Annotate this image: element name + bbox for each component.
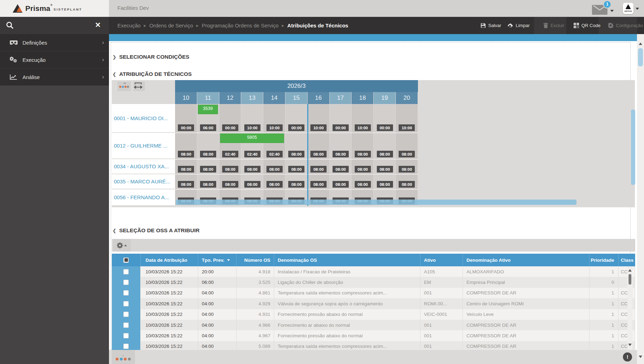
technician-label[interactable]: 0012 - GUILHERME ... — [112, 133, 175, 159]
capacity-pill[interactable]: 08:00 — [200, 181, 216, 188]
capacity-pill[interactable]: 08:00 — [178, 166, 194, 173]
capacity-pill[interactable]: 08:00 — [377, 181, 393, 188]
scroll-up-icon[interactable] — [639, 43, 642, 45]
capacity-pill[interactable]: 08:00 — [355, 151, 371, 157]
task-bar[interactable]: 5805 — [220, 134, 284, 143]
sidebar-item-analise[interactable]: Análise › — [0, 69, 109, 86]
table-row[interactable]: 10/03/2026 15:2206:003.525Ligação do Chi… — [112, 277, 635, 287]
sidebar-item-execucao[interactable]: Execução › — [0, 51, 109, 69]
column-header-data[interactable]: Data de Atribuição — [141, 254, 198, 266]
scroll-down-icon[interactable] — [628, 344, 632, 346]
capacity-pill[interactable]: 08:00 — [266, 181, 283, 188]
row-checkbox[interactable] — [123, 269, 129, 274]
technician-label[interactable]: 0056 - FERNANDO A... — [112, 189, 175, 206]
capacity-pill[interactable]: 10:00 — [266, 124, 283, 131]
capacity-pill[interactable]: 08:00 — [377, 151, 393, 157]
mail-button[interactable]: 1 — [592, 4, 614, 15]
scheduler-horizontal-scrollbar-thumb[interactable] — [176, 200, 577, 205]
section-os-selection[interactable]: ❮ SELEÇÃO DE OSS A ATRIBUIR — [112, 227, 200, 234]
column-header-prioridade[interactable]: Prioridade — [590, 254, 619, 266]
row-checkbox[interactable] — [123, 301, 129, 306]
technician-name[interactable]: 0012 - GUILHERME ... — [112, 143, 168, 149]
table-settings-button[interactable] — [113, 239, 131, 252]
capacity-pill[interactable]: 08:00 — [333, 151, 349, 157]
capacity-pill[interactable]: 08:00 — [377, 166, 393, 173]
capacity-pill[interactable]: 08:00 — [288, 181, 304, 188]
scroll-up-icon[interactable] — [628, 269, 632, 272]
day-header-cell[interactable]: 20 — [396, 92, 418, 104]
capacity-pill[interactable]: 08:00 — [333, 166, 349, 173]
table-row[interactable]: 10/03/2026 15:2204:004.966Fornecimento a… — [112, 320, 635, 330]
capacity-pill[interactable]: 08:00 — [355, 166, 371, 173]
section-assignment[interactable]: ❮ ATRIBUIÇÃO DE TÉCNICOS — [112, 71, 192, 77]
capacity-pill[interactable]: 08:00 — [222, 181, 238, 188]
task-bar[interactable]: 3539 — [198, 105, 218, 114]
capacity-pill[interactable]: 02:40 — [244, 151, 260, 157]
day-header-cell[interactable]: 16 — [308, 92, 329, 104]
row-checkbox[interactable] — [123, 344, 129, 349]
capacity-pill[interactable]: 08:00 — [200, 166, 216, 173]
capacity-pill[interactable]: 08:00 — [222, 166, 238, 173]
day-header-cell[interactable]: 10 — [175, 92, 197, 104]
user-menu[interactable]: ADITIVA — [623, 2, 640, 15]
row-checkbox[interactable] — [123, 312, 129, 317]
column-header-tpo[interactable]: Tpo. Prev. — [198, 254, 237, 266]
breadcrumb-item[interactable]: Execução — [117, 22, 141, 28]
capacity-pill[interactable]: 08:00 — [244, 166, 260, 173]
table-row[interactable]: 10/03/2026 15:2204:004.967Fornecimento p… — [112, 330, 635, 341]
capacity-pill[interactable]: 08:00 — [333, 181, 349, 188]
scrollbar-thumb[interactable] — [629, 274, 631, 285]
clear-button[interactable]: Limpar — [503, 17, 535, 34]
technician-label[interactable]: 0035 - MARCO AURÉ... — [112, 174, 175, 189]
technician-name[interactable]: 0001 - MAURICIO DI... — [112, 115, 168, 121]
day-header-cell[interactable]: 14 — [263, 92, 285, 104]
capacity-pill[interactable]: 08:00 — [399, 151, 415, 157]
capacity-pill[interactable]: 02:40 — [222, 151, 238, 157]
capacity-pill[interactable]: 08:00 — [310, 151, 327, 157]
day-header-cell[interactable]: 18 — [352, 92, 373, 104]
technician-label[interactable]: 0001 - MAURICIO DI... — [112, 104, 175, 132]
column-header-numero[interactable]: Número OS — [237, 254, 274, 266]
scheduler-vertical-scrollbar-thumb[interactable] — [631, 110, 635, 185]
row-checkbox[interactable] — [123, 333, 129, 338]
breadcrumb-item[interactable]: Programação Ordens de Serviço — [202, 22, 278, 28]
qr-code-button[interactable]: QR Code — [569, 17, 605, 34]
day-header-cell[interactable]: 17 — [330, 92, 352, 104]
scrollbar-thumb[interactable] — [638, 48, 643, 66]
search-icon[interactable] — [6, 21, 14, 31]
capacity-pill[interactable]: 08:00 — [200, 151, 216, 157]
day-header-cell[interactable]: 11 — [197, 92, 219, 104]
capacity-pill[interactable]: 08:00 — [266, 166, 283, 173]
footer-dots-button[interactable]: → — [112, 350, 135, 364]
technician-name[interactable]: 0056 - FERNANDO A... — [112, 194, 169, 200]
table-row[interactable]: 10/03/2026 15:2204:004.931Fornecimento p… — [112, 309, 635, 320]
capacity-pill[interactable]: 08:00 — [288, 151, 304, 157]
capacity-pill[interactable]: 08:00 — [355, 181, 371, 188]
day-header-cell[interactable]: 13 — [241, 92, 263, 104]
technician-label[interactable]: 0034 - AUGUSTO XA... — [112, 159, 175, 174]
capacity-pill[interactable]: 08:00 — [244, 181, 260, 188]
capacity-pill[interactable]: 08:00 — [178, 181, 194, 188]
sidebar-item-definicoes[interactable]: Definições › — [0, 34, 109, 51]
page-scrollbar[interactable] — [637, 34, 644, 364]
row-checkbox[interactable] — [123, 323, 129, 328]
day-header-cell[interactable]: 12 — [219, 92, 241, 104]
capacity-pill[interactable]: 08:00 — [310, 166, 327, 173]
technician-name[interactable]: 0035 - MARCO AURÉ... — [112, 178, 170, 184]
table-scrollbar[interactable] — [627, 266, 632, 350]
settings-button[interactable]: Configuração — [603, 17, 644, 34]
capacity-pill[interactable]: 00:00 — [333, 124, 349, 131]
capacity-pill[interactable]: 00:00 — [222, 124, 238, 131]
scroll-down-icon[interactable] — [639, 356, 642, 358]
table-row[interactable]: 10/03/2026 15:2204:005.089Temperatura sa… — [112, 341, 635, 350]
column-header-cb[interactable] — [112, 254, 141, 266]
table-row[interactable]: 10/03/2026 15:2220:004.918Instalacao / F… — [112, 266, 635, 277]
delete-button[interactable]: Excluir — [539, 17, 569, 34]
save-button[interactable]: Salvar — [476, 17, 506, 34]
capacity-pill[interactable]: 08:00 — [178, 151, 194, 157]
column-header-ativo[interactable]: Ativo — [420, 254, 463, 266]
capacity-pill[interactable]: 10:00 — [355, 124, 371, 131]
capacity-pill[interactable]: 08:00 — [399, 181, 415, 188]
column-header-denominacao_ativo[interactable]: Denominação Ativo — [463, 254, 590, 266]
capacity-pill[interactable]: 00:00 — [178, 124, 194, 131]
